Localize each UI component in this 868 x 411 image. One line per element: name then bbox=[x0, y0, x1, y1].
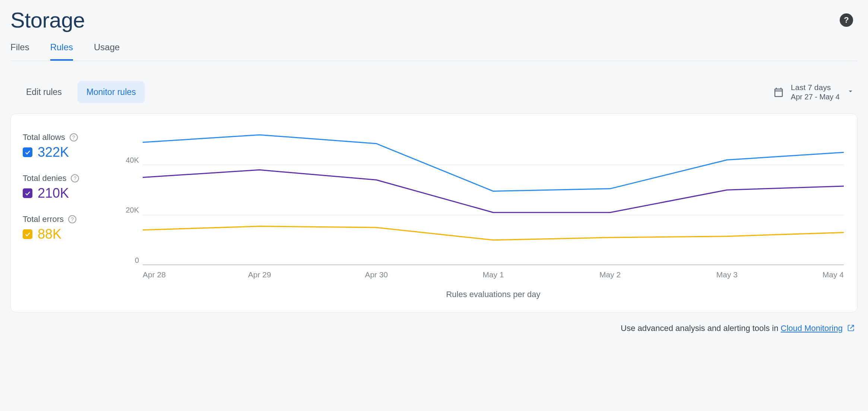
y-tick-label: 20K bbox=[126, 206, 139, 214]
x-tick-label: Apr 29 bbox=[201, 270, 318, 279]
legend-label: Total errors bbox=[23, 214, 64, 224]
legend-label: Total denies bbox=[23, 173, 66, 183]
main-tabs: Files Rules Usage bbox=[10, 32, 858, 61]
calendar-icon bbox=[773, 87, 784, 98]
cloud-monitoring-footer: Use advanced analysis and alerting tools… bbox=[10, 312, 858, 334]
help-icon[interactable]: ? bbox=[71, 174, 79, 182]
subtab-monitor-rules[interactable]: Monitor rules bbox=[77, 81, 145, 103]
legend-value: 322K bbox=[38, 144, 69, 160]
date-range-label: Last 7 days bbox=[791, 83, 840, 92]
x-tick-label: Apr 28 bbox=[143, 270, 201, 279]
rules-subtabs: Edit rules Monitor rules bbox=[10, 81, 145, 103]
legend-item: Total allows?322K bbox=[23, 133, 105, 160]
tab-rules[interactable]: Rules bbox=[50, 42, 73, 61]
date-range-value: Apr 27 - May 4 bbox=[791, 93, 840, 101]
chart-series-line bbox=[143, 226, 844, 240]
footer-text: Use advanced analysis and alerting tools… bbox=[621, 324, 780, 333]
external-link-icon bbox=[847, 324, 855, 334]
monitor-chart-card: Total allows?322KTotal denies?210KTotal … bbox=[10, 114, 858, 312]
chart-plot bbox=[143, 127, 844, 265]
help-icon[interactable]: ? bbox=[68, 215, 76, 223]
legend-checkbox[interactable] bbox=[23, 147, 32, 157]
x-tick-label: Apr 30 bbox=[318, 270, 435, 279]
cloud-monitoring-link[interactable]: Cloud Monitoring bbox=[781, 324, 843, 333]
help-icon[interactable]: ? bbox=[70, 133, 78, 141]
page-title: Storage bbox=[10, 7, 85, 32]
chart-legend: Total allows?322KTotal denies?210KTotal … bbox=[20, 127, 105, 299]
legend-value: 210K bbox=[38, 185, 69, 201]
help-icon[interactable]: ? bbox=[840, 13, 853, 27]
subtab-edit-rules[interactable]: Edit rules bbox=[17, 81, 71, 103]
date-range-picker[interactable]: Last 7 days Apr 27 - May 4 bbox=[773, 83, 858, 101]
tab-files[interactable]: Files bbox=[10, 42, 29, 61]
legend-checkbox[interactable] bbox=[23, 229, 32, 239]
x-tick-label: May 4 bbox=[785, 270, 844, 279]
tab-usage[interactable]: Usage bbox=[94, 42, 120, 61]
chart-caption: Rules evaluations per day bbox=[120, 279, 844, 299]
y-tick-label: 0 bbox=[135, 256, 139, 265]
legend-value: 88K bbox=[38, 226, 61, 242]
legend-checkbox[interactable] bbox=[23, 188, 32, 198]
chart-series-line bbox=[143, 135, 844, 191]
chevron-down-icon bbox=[846, 87, 855, 97]
x-tick-label: May 1 bbox=[435, 270, 552, 279]
x-tick-label: May 2 bbox=[552, 270, 669, 279]
y-tick-label: 40K bbox=[126, 156, 139, 164]
legend-item: Total denies?210K bbox=[23, 173, 105, 201]
legend-label: Total allows bbox=[23, 133, 65, 142]
chart-y-axis: 020K40K bbox=[120, 127, 143, 265]
legend-item: Total errors?88K bbox=[23, 214, 105, 242]
x-tick-label: May 3 bbox=[669, 270, 786, 279]
chart-x-axis: Apr 28Apr 29Apr 30May 1May 2May 3May 4 bbox=[120, 265, 844, 279]
